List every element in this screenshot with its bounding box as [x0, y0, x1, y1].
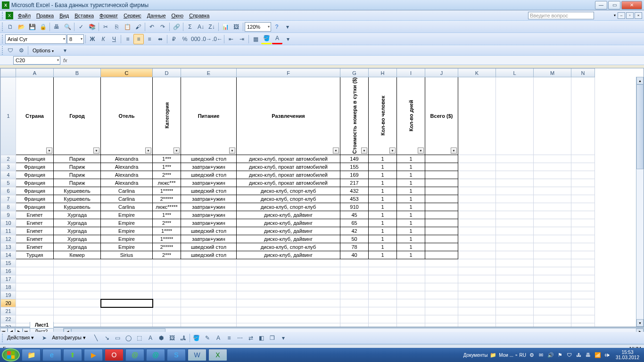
cell[interactable]	[153, 323, 181, 327]
cell[interactable]	[571, 323, 595, 327]
cell[interactable]	[496, 203, 534, 211]
cell[interactable]	[181, 259, 237, 267]
cell[interactable]	[425, 203, 458, 211]
cell[interactable]	[425, 171, 458, 179]
tray-docs-label[interactable]: Документы	[463, 353, 488, 358]
cell[interactable]	[534, 171, 571, 179]
tray-my-label[interactable]: Мои ...	[499, 353, 513, 358]
row-header-7[interactable]: 7	[1, 195, 16, 203]
cell[interactable]: Париж	[54, 155, 101, 163]
cell[interactable]: Empire	[101, 235, 153, 243]
cell[interactable]	[571, 307, 595, 315]
cell[interactable]	[458, 307, 496, 315]
cell[interactable]: 1	[397, 243, 425, 251]
cell[interactable]: Хургада	[54, 235, 101, 243]
cell[interactable]	[101, 323, 153, 327]
security-button[interactable]: 🛡	[5, 45, 16, 56]
cell[interactable]	[181, 267, 237, 275]
cell[interactable]: 1	[369, 187, 397, 195]
cell[interactable]: 155	[340, 163, 369, 171]
spelling-button[interactable]: ✓	[76, 22, 86, 32]
cell[interactable]: 2*****	[153, 195, 181, 203]
cell[interactable]: Франция	[16, 163, 54, 171]
cell[interactable]	[496, 291, 534, 299]
cell[interactable]: 1*****	[153, 187, 181, 195]
cell[interactable]	[16, 307, 54, 315]
row-header-2[interactable]: 2	[1, 155, 16, 163]
task-utorrent[interactable]: ⬆	[63, 349, 82, 361]
cell[interactable]	[369, 291, 397, 299]
cell[interactable]	[54, 323, 101, 327]
scroll-thumb[interactable]	[636, 84, 644, 169]
cell[interactable]	[153, 259, 181, 267]
cell[interactable]	[101, 275, 153, 283]
col-header-J[interactable]: J	[425, 69, 458, 77]
filter-button[interactable]: ▼	[46, 148, 52, 154]
cell[interactable]	[534, 283, 571, 291]
task-folder[interactable]: 📁	[22, 349, 41, 361]
cell[interactable]	[397, 259, 425, 267]
cell[interactable]: шведский стол	[181, 187, 237, 195]
cell[interactable]	[496, 307, 534, 315]
cut-button[interactable]: ✂	[100, 22, 111, 32]
cell[interactable]	[496, 77, 534, 155]
cell[interactable]: Париж	[54, 163, 101, 171]
row-header-18[interactable]: 18	[1, 283, 16, 291]
borders-button[interactable]: ▦	[250, 34, 261, 44]
cell[interactable]	[458, 243, 496, 251]
cell[interactable]: 1	[397, 171, 425, 179]
cell[interactable]	[571, 243, 595, 251]
cell[interactable]: 1	[369, 251, 397, 259]
cell[interactable]: 2***	[153, 171, 181, 179]
header-cell[interactable]: Кол-во дней▼	[397, 77, 425, 155]
cell[interactable]	[340, 291, 369, 299]
cell[interactable]	[425, 219, 458, 227]
cell[interactable]	[534, 227, 571, 235]
cell[interactable]: диско-клуб, прокат автомобилей	[237, 163, 340, 171]
diagram-button[interactable]: ⬢	[156, 333, 166, 343]
cell[interactable]	[571, 219, 595, 227]
percent-button[interactable]: %	[180, 34, 190, 44]
toolbar-options-icon[interactable]: ▾	[278, 333, 289, 343]
cell[interactable]	[534, 195, 571, 203]
menu-правка[interactable]: Правка	[33, 12, 57, 19]
cell[interactable]: 1	[397, 211, 425, 219]
cell[interactable]: завтрак+ужин	[181, 235, 237, 243]
cell[interactable]: шведский стол	[181, 227, 237, 235]
cell[interactable]: Carlina	[101, 203, 153, 211]
currency-button[interactable]: ₽	[169, 34, 179, 44]
cell[interactable]	[571, 275, 595, 283]
cell[interactable]	[181, 275, 237, 283]
cell[interactable]	[458, 187, 496, 195]
cell[interactable]: Sirius	[101, 251, 153, 259]
cell[interactable]: завтрак+ужин	[181, 195, 237, 203]
menu-вставка[interactable]: Вставка	[72, 12, 97, 19]
cell[interactable]	[153, 291, 181, 299]
cell[interactable]	[101, 299, 153, 307]
increase-decimal-button[interactable]: .0→	[201, 34, 212, 44]
row-header-14[interactable]: 14	[1, 251, 16, 259]
format-painter-button[interactable]: 🖌	[133, 22, 143, 32]
sheet-tab-Лист1[interactable]: Лист1	[30, 322, 54, 329]
cell[interactable]	[496, 227, 534, 235]
cell[interactable]	[153, 299, 181, 307]
cell[interactable]	[340, 323, 369, 327]
cell[interactable]: шведский стол	[181, 251, 237, 259]
cell[interactable]: завтрак+ужин	[181, 163, 237, 171]
cell[interactable]: завтрак+ужин	[181, 203, 237, 211]
cell[interactable]	[153, 307, 181, 315]
cell[interactable]	[458, 315, 496, 323]
open-button[interactable]: 📂	[16, 22, 26, 32]
cell[interactable]	[397, 291, 425, 299]
cell[interactable]: диско-клуб, прокат автомобилей	[237, 155, 340, 163]
comma-button[interactable]: 000	[190, 34, 201, 44]
dash-style-button[interactable]: ⋯	[235, 333, 245, 343]
mdi-close-button[interactable]: ×	[635, 12, 642, 19]
oval-button[interactable]: ◯	[124, 333, 134, 343]
cell[interactable]: 1	[369, 171, 397, 179]
tray-icon[interactable]: ⚑	[556, 351, 564, 359]
cell[interactable]	[458, 267, 496, 275]
line-button[interactable]: ╲	[91, 333, 101, 343]
cell[interactable]	[397, 275, 425, 283]
cell[interactable]	[571, 267, 595, 275]
